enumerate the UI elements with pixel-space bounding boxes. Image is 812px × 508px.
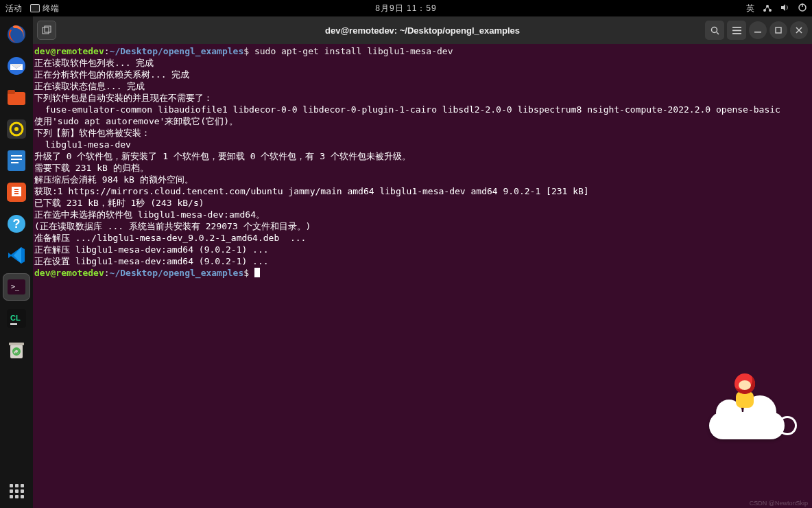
dock-show-apps[interactable]: [3, 481, 30, 508]
watermark: CSDN @NewtonSkip: [750, 500, 808, 507]
dock-software[interactable]: [3, 178, 30, 206]
svg-rect-28: [9, 343, 24, 345]
current-app[interactable]: 终端: [30, 3, 59, 14]
svg-rect-35: [732, 30, 741, 31]
maximize-icon: [775, 27, 782, 34]
dock-firefox[interactable]: [3, 21, 30, 48]
top-panel: 活动 终端 8月9日 11：59 英: [0, 0, 812, 16]
svg-rect-37: [754, 32, 761, 33]
maximize-button[interactable]: [769, 21, 787, 39]
svg-rect-31: [45, 26, 51, 32]
volume-icon[interactable]: [780, 3, 790, 14]
close-icon: [796, 27, 802, 34]
svg-rect-36: [732, 33, 741, 34]
terminal-indicator-icon: [30, 4, 40, 12]
svg-text:?: ?: [13, 217, 21, 231]
svg-rect-17: [11, 162, 19, 163]
dock-trash[interactable]: [3, 336, 30, 364]
close-button[interactable]: [790, 21, 808, 39]
power-icon[interactable]: [798, 3, 807, 14]
svg-rect-30: [43, 27, 49, 34]
dock-rhythmbox[interactable]: [3, 115, 30, 143]
terminal-body[interactable]: dev@remotedev:~/Desktop/opengl_examples$…: [33, 44, 812, 508]
svg-rect-34: [732, 27, 741, 28]
svg-rect-26: [10, 323, 17, 325]
svg-rect-10: [8, 90, 15, 94]
dock-files[interactable]: [3, 84, 30, 111]
window-title: dev@remotedev: ~/Desktop/opengl_examples: [325, 25, 520, 36]
svg-point-13: [14, 127, 19, 131]
hamburger-icon: [732, 27, 741, 34]
dock: ? >_ CL: [0, 16, 33, 508]
hamburger-menu-button[interactable]: [727, 21, 746, 40]
current-app-label: 终端: [43, 3, 59, 14]
new-tab-button[interactable]: [37, 21, 56, 40]
new-tab-icon: [42, 25, 51, 35]
svg-line-33: [717, 32, 719, 34]
search-button[interactable]: [705, 21, 724, 40]
minimize-button[interactable]: [749, 21, 767, 39]
svg-rect-14: [8, 150, 25, 171]
dock-help[interactable]: ?: [3, 210, 30, 238]
svg-rect-27: [10, 345, 23, 358]
clock[interactable]: 8月9日 11：59: [375, 3, 436, 14]
svg-rect-15: [11, 155, 22, 157]
svg-rect-38: [776, 27, 781, 33]
input-language[interactable]: 英: [746, 3, 754, 14]
network-icon[interactable]: [763, 4, 772, 12]
dock-terminal[interactable]: >_: [3, 273, 30, 301]
svg-text:CL: CL: [10, 314, 21, 322]
dock-vscode[interactable]: [3, 242, 30, 269]
dock-clion[interactable]: CL: [3, 305, 30, 332]
svg-point-32: [711, 27, 717, 32]
dock-thunderbird[interactable]: [3, 52, 30, 80]
activities-button[interactable]: 活动: [5, 3, 22, 14]
svg-rect-6: [802, 3, 802, 7]
titlebar: dev@remotedev: ~/Desktop/opengl_examples: [33, 16, 812, 44]
svg-rect-1: [31, 5, 39, 12]
terminal-window: dev@remotedev: ~/Desktop/opengl_examples…: [33, 16, 812, 508]
svg-text:>_: >_: [11, 283, 20, 291]
dock-libreoffice-writer[interactable]: [3, 147, 30, 174]
mascot-overlay: [709, 378, 785, 439]
svg-rect-16: [11, 159, 22, 160]
minimize-icon: [754, 27, 761, 34]
search-icon: [710, 26, 719, 35]
